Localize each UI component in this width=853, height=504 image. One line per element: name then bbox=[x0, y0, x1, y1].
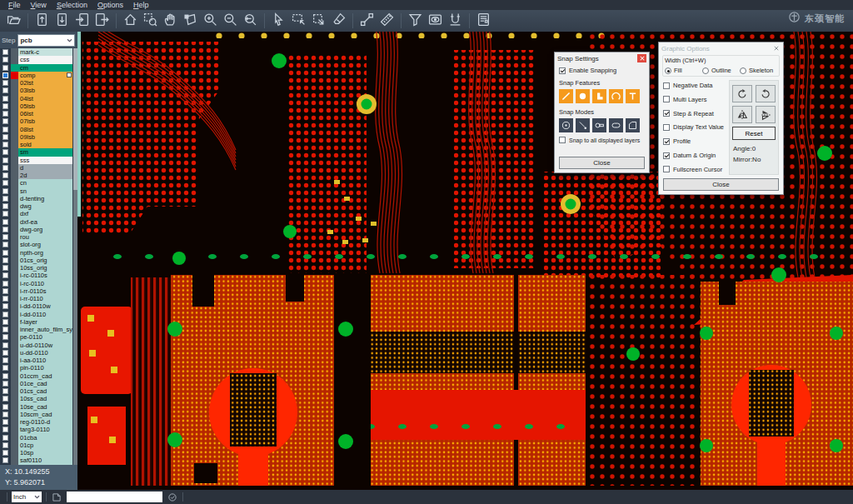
layer-name[interactable]: f-layer bbox=[18, 318, 72, 326]
layer-visibility-checkbox[interactable] bbox=[0, 233, 11, 241]
layer-name[interactable]: 2d bbox=[18, 172, 72, 179]
layer-color-swatch[interactable] bbox=[11, 64, 18, 72]
mirror-v-button[interactable] bbox=[756, 106, 776, 123]
layer-name[interactable]: 01cp bbox=[18, 442, 72, 449]
layer-name[interactable]: i-rr-0110s bbox=[18, 287, 72, 295]
layer-visibility-checkbox[interactable] bbox=[0, 387, 11, 395]
layer-visibility-checkbox[interactable] bbox=[0, 364, 11, 372]
layer-color-swatch[interactable] bbox=[11, 164, 18, 172]
snap-feature-pad-button[interactable] bbox=[576, 89, 590, 103]
menu-file[interactable]: File bbox=[3, 0, 26, 10]
layer-color-swatch[interactable] bbox=[11, 411, 18, 418]
layer-color-swatch[interactable] bbox=[11, 157, 18, 164]
pcb-canvas[interactable]: Snap Settings Enable Snapping Snap Featu… bbox=[77, 32, 853, 490]
layer-visibility-checkbox[interactable] bbox=[0, 257, 11, 264]
layer-name[interactable]: comp bbox=[18, 72, 72, 79]
menu-view[interactable]: View bbox=[26, 0, 52, 10]
layer-name[interactable]: sn bbox=[18, 187, 72, 195]
layer-color-swatch[interactable] bbox=[11, 117, 18, 125]
checkbox-negative-data[interactable]: Negative Data bbox=[663, 82, 726, 89]
layer-color-swatch[interactable] bbox=[11, 72, 18, 79]
layer-visibility-checkbox[interactable] bbox=[0, 342, 11, 349]
layer-name[interactable]: 03lsb bbox=[18, 87, 72, 94]
radio-skeleton[interactable]: Skeleton bbox=[740, 67, 777, 74]
layer-name[interactable]: dxf-ea bbox=[18, 218, 72, 226]
layer-color-swatch[interactable] bbox=[11, 218, 18, 226]
layer-name[interactable]: 04lst bbox=[18, 95, 72, 102]
open-folder-button[interactable] bbox=[4, 12, 23, 31]
layer-name[interactable]: slot-org bbox=[18, 241, 72, 248]
layer-visibility-checkbox[interactable] bbox=[0, 434, 11, 442]
layer-visibility-checkbox[interactable] bbox=[0, 264, 11, 272]
layer-color-swatch[interactable] bbox=[11, 295, 18, 302]
filter-button[interactable] bbox=[406, 12, 425, 31]
layer-name[interactable]: 01cba bbox=[18, 434, 72, 442]
layer-visibility-checkbox[interactable] bbox=[0, 202, 11, 210]
layer-color-swatch[interactable] bbox=[11, 179, 18, 187]
zoom-previous-button[interactable] bbox=[241, 12, 260, 31]
layer-name[interactable]: pe-0110 bbox=[18, 333, 72, 341]
snap-magnet-button[interactable] bbox=[446, 12, 465, 31]
layer-name[interactable]: 10se_cad bbox=[18, 403, 72, 411]
layer-color-swatch[interactable] bbox=[11, 79, 18, 87]
layer-color-swatch[interactable] bbox=[11, 342, 18, 349]
layer-color-swatch[interactable] bbox=[11, 56, 18, 63]
layer-color-swatch[interactable] bbox=[11, 210, 18, 217]
layer-name[interactable]: 10ss_cad bbox=[18, 395, 72, 402]
measure-line-button[interactable] bbox=[357, 12, 377, 31]
layer-name[interactable]: i-dd-0110w bbox=[18, 302, 72, 310]
edit-polygon-button[interactable] bbox=[181, 12, 200, 31]
layer-visibility-checkbox[interactable] bbox=[0, 295, 11, 302]
layer-name[interactable]: saf0110 bbox=[18, 457, 72, 464]
layer-color-swatch[interactable] bbox=[11, 148, 18, 156]
layer-visibility-checkbox[interactable] bbox=[0, 318, 11, 326]
snap-close-button[interactable]: Close bbox=[559, 157, 645, 169]
layer-color-swatch[interactable] bbox=[11, 202, 18, 210]
layer-color-swatch[interactable] bbox=[11, 395, 18, 402]
layer-name[interactable]: dwg bbox=[18, 202, 72, 210]
layer-visibility-checkbox[interactable] bbox=[0, 372, 11, 380]
reset-button[interactable]: Reset bbox=[732, 127, 776, 140]
layer-name[interactable]: 01ccm_cad bbox=[18, 372, 72, 380]
layer-visibility-checkbox[interactable] bbox=[0, 64, 11, 72]
layer-visibility-checkbox[interactable] bbox=[0, 218, 11, 226]
file-down-button[interactable] bbox=[52, 12, 72, 31]
layer-color-swatch[interactable] bbox=[11, 311, 18, 318]
snap-feature-arc-button[interactable] bbox=[609, 89, 623, 103]
layer-color-swatch[interactable] bbox=[11, 233, 18, 241]
layer-color-swatch[interactable] bbox=[11, 141, 18, 148]
snap-feature-line-button[interactable] bbox=[559, 89, 573, 103]
layer-visibility-checkbox[interactable] bbox=[0, 249, 11, 257]
layer-visibility-checkbox[interactable] bbox=[0, 72, 11, 79]
layer-visibility-checkbox[interactable] bbox=[0, 241, 11, 248]
layer-color-swatch[interactable] bbox=[11, 426, 18, 433]
layer-visibility-checkbox[interactable] bbox=[0, 187, 11, 195]
layer-visibility-checkbox[interactable] bbox=[0, 395, 11, 402]
layer-name[interactable]: 10sp bbox=[18, 449, 72, 457]
layer-visibility-checkbox[interactable] bbox=[0, 326, 11, 333]
layer-name[interactable]: 05lsb bbox=[18, 102, 72, 110]
layer-name[interactable]: i-rr-0110 bbox=[18, 295, 72, 302]
file-out-button[interactable] bbox=[92, 12, 112, 31]
layer-name[interactable]: d-tenting bbox=[18, 195, 72, 202]
radio-fill[interactable]: Fill bbox=[665, 67, 702, 74]
layer-visibility-checkbox[interactable] bbox=[0, 110, 11, 117]
checkbox-profile[interactable]: Profile bbox=[663, 137, 726, 145]
rotate-ccw-button[interactable] bbox=[756, 85, 776, 102]
layer-color-swatch[interactable] bbox=[11, 226, 18, 233]
layer-visibility-checkbox[interactable] bbox=[0, 95, 11, 102]
snap-mode-intersection-button[interactable] bbox=[576, 118, 590, 132]
layer-color-swatch[interactable] bbox=[11, 102, 18, 110]
layer-visibility-checkbox[interactable] bbox=[0, 56, 11, 63]
layer-list-scrollbar[interactable] bbox=[73, 48, 77, 465]
layer-name[interactable]: 01ce_cad bbox=[18, 380, 72, 387]
layer-visibility-checkbox[interactable] bbox=[0, 280, 11, 287]
layer-color-swatch[interactable] bbox=[11, 333, 18, 341]
layer-visibility-checkbox[interactable] bbox=[0, 302, 11, 310]
layer-visibility-checkbox[interactable] bbox=[0, 442, 11, 449]
properties-panel-button[interactable] bbox=[474, 12, 493, 31]
layer-visibility-checkbox[interactable] bbox=[0, 117, 11, 125]
layer-name[interactable]: css bbox=[18, 56, 72, 63]
snap-mode-center-button[interactable] bbox=[559, 118, 573, 132]
layer-color-swatch[interactable] bbox=[11, 48, 18, 56]
